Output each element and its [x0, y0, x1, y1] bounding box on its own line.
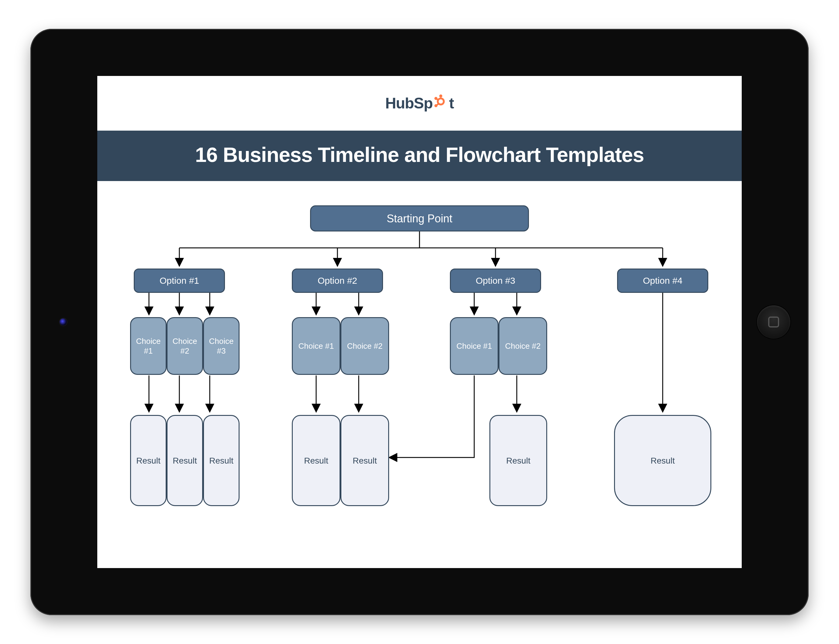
flow-result-1-3: Result	[203, 415, 239, 506]
brand-logo: HubSp t	[97, 76, 742, 131]
flow-option-1: Option #1	[134, 269, 225, 293]
flow-result-2-2: Result	[340, 415, 389, 506]
flow-choice-2-1: Choice #1	[292, 317, 340, 375]
flow-start-node: Starting Point	[310, 205, 529, 232]
flowchart: Starting Point Option #1 Option #2 Optio…	[97, 181, 742, 555]
svg-line-5	[437, 99, 438, 100]
flow-choice-1-2: Choice #2	[166, 317, 203, 375]
flow-result-3-1: Result	[490, 415, 547, 506]
flow-option-4: Option #4	[617, 269, 708, 293]
svg-line-6	[437, 104, 438, 105]
flow-result-2-1: Result	[292, 415, 340, 506]
flow-start-label: Starting Point	[387, 212, 452, 225]
brand-text-part1: HubSp	[385, 94, 433, 112]
flow-choice-3-2: Choice #2	[499, 317, 547, 375]
home-button[interactable]	[757, 305, 790, 339]
flow-choice-1-1: Choice #1	[130, 317, 166, 375]
flow-result-4-1: Result	[614, 415, 711, 506]
svg-point-1	[439, 94, 442, 97]
flow-choice-2-2: Choice #2	[340, 317, 389, 375]
flow-choice-3-1: Choice #1	[450, 317, 499, 375]
page-title: 16 Business Timeline and Flowchart Templ…	[97, 131, 742, 181]
flow-option-2: Option #2	[292, 269, 383, 293]
flow-option-3: Option #3	[450, 269, 541, 293]
screen: HubSp t 16 Business Timeline and Flowcha…	[97, 76, 742, 568]
front-camera-icon	[59, 318, 67, 326]
brand-text-part2: t	[449, 94, 454, 112]
flow-result-1-2: Result	[166, 415, 203, 506]
flow-choice-1-3: Choice #3	[203, 317, 239, 375]
flow-result-1-1: Result	[130, 415, 166, 506]
tablet-device-frame: HubSp t 16 Business Timeline and Flowcha…	[30, 29, 809, 615]
sprocket-icon	[434, 94, 448, 112]
